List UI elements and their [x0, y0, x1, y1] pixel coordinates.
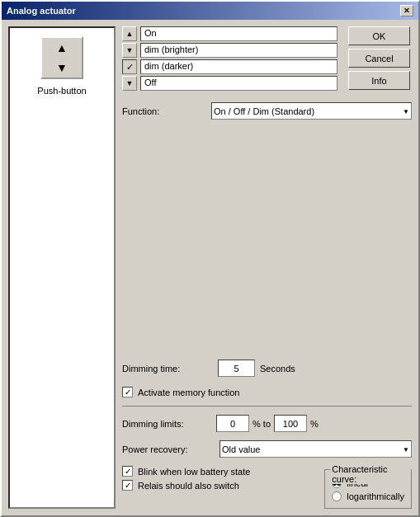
- action-row-1: ▲ On: [122, 26, 337, 41]
- bottom-left: ✓ Blink when low battery state ✓ Relais …: [122, 466, 316, 509]
- push-button-label: Push-button: [37, 86, 86, 96]
- function-select[interactable]: On / Off / Dim (Standard) On / Off Dim o…: [211, 102, 412, 120]
- action-arrow-2[interactable]: ▼: [122, 43, 137, 58]
- dimming-limits-to-unit: %: [310, 419, 319, 429]
- push-button-icon: ▲ ▼: [40, 36, 83, 79]
- power-recovery-select[interactable]: Old value On Off: [219, 440, 412, 458]
- window-title: Analog actuator: [7, 6, 76, 16]
- close-icon: ✕: [403, 7, 410, 15]
- main-content: ▲ ▼ Push-button ▲ On ▼ dim (brighter) ✓ …: [2, 20, 418, 515]
- memory-function-label: Activate memory function: [138, 388, 240, 397]
- action-arrow-1[interactable]: ▲: [122, 26, 137, 41]
- seconds-label: Seconds: [260, 364, 295, 374]
- characteristic-curve-group: Characteristic curve: linear logarithmic…: [324, 469, 412, 509]
- action-check-3[interactable]: ✓: [122, 59, 137, 74]
- action-text-3: dim (darker): [140, 59, 337, 74]
- action-row-2: ▼ dim (brighter): [122, 43, 337, 58]
- top-buttons: OK Cancel Info: [348, 26, 410, 90]
- arrow-up-icon: ▲: [56, 41, 68, 54]
- power-recovery-select-wrapper: Old value On Off: [219, 440, 412, 458]
- spacer: [122, 125, 412, 355]
- blink-battery-checkbox[interactable]: ✓: [122, 466, 133, 477]
- right-panel: ▲ On ▼ dim (brighter) ✓ dim (darker) ▼ O…: [122, 26, 412, 509]
- relais-switch-checkbox[interactable]: ✓: [122, 480, 133, 491]
- function-label: Function:: [122, 106, 205, 116]
- blink-battery-label: Blink when low battery state: [138, 467, 250, 477]
- function-select-wrapper: On / Off / Dim (Standard) On / Off Dim o…: [211, 102, 412, 120]
- dimming-limits-to-input[interactable]: [274, 415, 307, 432]
- dimming-limits-from-input[interactable]: [216, 415, 249, 432]
- action-row-4: ▼ Off: [122, 76, 337, 91]
- dimming-limits-from-unit: % to: [252, 419, 271, 429]
- bottom-section: ✓ Blink when low battery state ✓ Relais …: [122, 466, 412, 509]
- action-list: ▲ On ▼ dim (brighter) ✓ dim (darker) ▼ O…: [122, 26, 337, 91]
- relais-switch-row: ✓ Relais should also switch: [122, 480, 316, 491]
- memory-function-row: ✓ Activate memory function: [122, 387, 412, 397]
- memory-function-checkbox[interactable]: ✓: [122, 387, 133, 397]
- action-text-4: Off: [140, 76, 337, 91]
- dimming-time-input[interactable]: [218, 360, 255, 377]
- power-recovery-row: Power recovery: Old value On Off: [122, 440, 412, 458]
- left-panel: ▲ ▼ Push-button: [8, 26, 116, 509]
- dimming-time-label: Dimming time:: [122, 364, 213, 374]
- divider: [122, 406, 412, 407]
- title-bar: Analog actuator ✕: [2, 2, 418, 20]
- radio-log-row: logarithmically: [332, 491, 404, 501]
- cancel-button[interactable]: Cancel: [348, 49, 410, 68]
- char-curve-title: Characteristic curve:: [330, 464, 411, 484]
- radio-log-label: logarithmically: [347, 491, 404, 501]
- arrow-down-icon: ▼: [56, 61, 68, 74]
- dimming-limits-label: Dimming limits:: [122, 419, 213, 429]
- function-row: Function: On / Off / Dim (Standard) On /…: [122, 102, 412, 120]
- blink-battery-row: ✓ Blink when low battery state: [122, 466, 316, 477]
- action-row-3: ✓ dim (darker): [122, 59, 337, 74]
- dimming-limits-row: Dimming limits: % to %: [122, 415, 412, 432]
- radio-logarithmically[interactable]: [332, 491, 342, 501]
- info-button[interactable]: Info: [348, 71, 410, 90]
- action-text-1: On: [140, 26, 337, 41]
- close-button[interactable]: ✕: [400, 5, 413, 16]
- power-recovery-label: Power recovery:: [122, 444, 213, 454]
- ok-button[interactable]: OK: [348, 26, 410, 45]
- relais-switch-label: Relais should also switch: [138, 481, 239, 491]
- action-text-2: dim (brighter): [140, 43, 337, 58]
- action-arrow-4[interactable]: ▼: [122, 76, 137, 91]
- dimming-time-row: Dimming time: Seconds: [122, 360, 412, 377]
- main-window: Analog actuator ✕ ▲ ▼ Push-button ▲ On: [0, 0, 420, 517]
